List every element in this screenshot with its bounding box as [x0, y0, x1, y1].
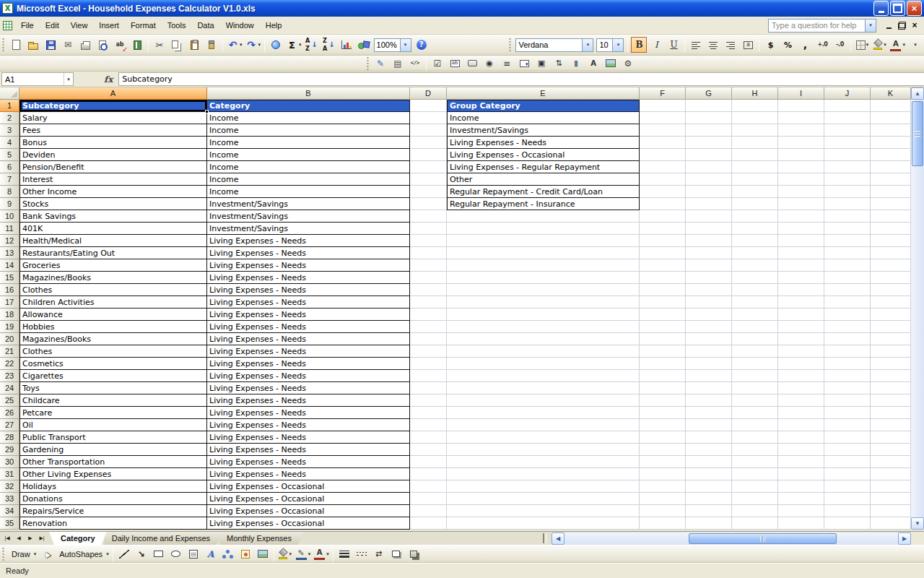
cell-G2[interactable] [686, 112, 732, 124]
oval-button[interactable] [168, 546, 184, 562]
save-button[interactable] [43, 37, 58, 53]
cell-E28[interactable] [447, 431, 640, 444]
row-header-15[interactable]: 15 [0, 272, 19, 284]
font-size-dropdown-arrow[interactable]: ▾ [612, 39, 623, 51]
toggle-button-button[interactable]: ▣ [533, 56, 549, 72]
cell-A4[interactable]: Bonus [19, 137, 207, 149]
cell-B28[interactable]: Living Expenses - Needs [207, 431, 410, 444]
checkbox-button[interactable]: ☑ [430, 56, 445, 72]
cell-K10[interactable] [871, 210, 911, 223]
cell-D7[interactable] [410, 173, 447, 186]
cell-E22[interactable] [447, 358, 640, 370]
cell-B34[interactable]: Living Expenses - Occasional [207, 505, 410, 517]
cell-F22[interactable] [640, 358, 686, 370]
cell-D8[interactable] [410, 186, 447, 198]
line-color-button[interactable]: ✎▾ [295, 546, 312, 562]
cell-A31[interactable]: Other Living Expenses [19, 468, 207, 480]
cell-H10[interactable] [732, 210, 778, 223]
cell-J3[interactable] [824, 124, 871, 137]
cell-J2[interactable] [824, 112, 871, 124]
cell-D23[interactable] [410, 370, 447, 382]
cell-J10[interactable] [824, 210, 871, 223]
cell-I4[interactable] [778, 137, 824, 149]
cell-E2[interactable]: Income [447, 112, 640, 124]
cell-A12[interactable]: Health/Medical [19, 235, 207, 247]
cell-A23[interactable]: Cigarettes [19, 370, 207, 382]
cell-A25[interactable]: Childcare [19, 394, 207, 407]
cell-B5[interactable]: Income [207, 149, 410, 161]
cell-I2[interactable] [778, 112, 824, 124]
cell-H13[interactable] [732, 247, 778, 259]
undo-dropdown-arrow[interactable]: ▾ [240, 42, 243, 48]
cell-B19[interactable]: Living Expenses - Needs [207, 321, 410, 333]
cell-H30[interactable] [732, 456, 778, 468]
cell-D30[interactable] [410, 456, 447, 468]
cell-I35[interactable] [778, 517, 824, 530]
cell-I5[interactable] [778, 149, 824, 161]
label-control-button[interactable]: A [585, 56, 601, 72]
cell-H12[interactable] [732, 235, 778, 247]
cell-A7[interactable]: Interest [19, 173, 207, 186]
cell-H22[interactable] [732, 358, 778, 370]
cell-D1[interactable] [410, 100, 447, 112]
column-header-D[interactable]: D [410, 87, 447, 100]
cell-B35[interactable]: Living Expenses - Occasional [207, 517, 410, 530]
name-box-dropdown-arrow[interactable]: ▾ [64, 73, 73, 85]
vertical-scrollbar[interactable]: ▲ ▼ [911, 87, 924, 530]
spelling-button[interactable]: ab [112, 37, 128, 53]
cell-J21[interactable] [824, 345, 871, 358]
cell-E24[interactable] [447, 382, 640, 394]
row-header-16[interactable]: 16 [0, 284, 19, 296]
sheet-tab-category[interactable]: Category [49, 532, 107, 545]
cell-K20[interactable] [871, 333, 911, 345]
cell-H14[interactable] [732, 259, 778, 272]
cell-A34[interactable]: Repairs/Service [19, 505, 207, 517]
tab-split-handle[interactable] [543, 533, 546, 543]
horizontal-scrollbar[interactable]: ◀ ▶ [552, 532, 911, 545]
cell-G10[interactable] [686, 210, 732, 223]
cell-F23[interactable] [640, 370, 686, 382]
print-preview-button[interactable] [95, 37, 110, 53]
autoshapes-menu-button[interactable]: AutoShapes▾ [56, 546, 109, 562]
cell-K12[interactable] [871, 235, 911, 247]
cell-F33[interactable] [640, 493, 686, 505]
cell-K25[interactable] [871, 394, 911, 407]
cell-I7[interactable] [778, 173, 824, 186]
cell-H11[interactable] [732, 223, 778, 235]
view-code-button[interactable]: </> [407, 56, 423, 72]
autosum-button[interactable]: Σ▾ [285, 37, 302, 53]
cell-E5[interactable]: Living Expenses - Occasional [447, 149, 640, 161]
cell-E16[interactable] [447, 284, 640, 296]
cell-D34[interactable] [410, 505, 447, 517]
cell-G8[interactable] [686, 186, 732, 198]
insert-picture-button[interactable] [255, 546, 271, 562]
cell-D33[interactable] [410, 493, 447, 505]
cell-K4[interactable] [871, 137, 911, 149]
draw-menu-dropdown-arrow[interactable]: ▾ [34, 551, 37, 557]
cell-F19[interactable] [640, 321, 686, 333]
cell-G21[interactable] [686, 345, 732, 358]
cell-F28[interactable] [640, 431, 686, 444]
chart-wizard-button[interactable] [339, 37, 354, 53]
align-center-button[interactable] [705, 37, 721, 53]
cell-E34[interactable] [447, 505, 640, 517]
combo-box-button[interactable] [516, 56, 532, 72]
cell-J18[interactable] [824, 309, 871, 321]
undo-button[interactable]: ↶▾ [226, 37, 243, 53]
cell-A17[interactable]: Children Activities [19, 296, 207, 309]
cell-E6[interactable]: Living Expenses - Regular Repayment [447, 161, 640, 173]
zoom-dropdown-arrow[interactable]: ▾ [400, 39, 411, 51]
dash-style-button[interactable] [354, 546, 370, 562]
cell-H7[interactable] [732, 173, 778, 186]
cell-F5[interactable] [640, 149, 686, 161]
cell-E9[interactable]: Regular Repayment - Insurance [447, 198, 640, 210]
row-header-26[interactable]: 26 [0, 407, 19, 419]
cell-H8[interactable] [732, 186, 778, 198]
cell-G3[interactable] [686, 124, 732, 137]
text-box-control-button[interactable]: ab [447, 56, 463, 72]
cell-H19[interactable] [732, 321, 778, 333]
cell-B32[interactable]: Living Expenses - Occasional [207, 480, 410, 493]
draw-menu-button[interactable]: Draw▾ [8, 546, 37, 562]
formula-input[interactable]: Subcategory [118, 72, 924, 86]
row-header-19[interactable]: 19 [0, 321, 19, 333]
